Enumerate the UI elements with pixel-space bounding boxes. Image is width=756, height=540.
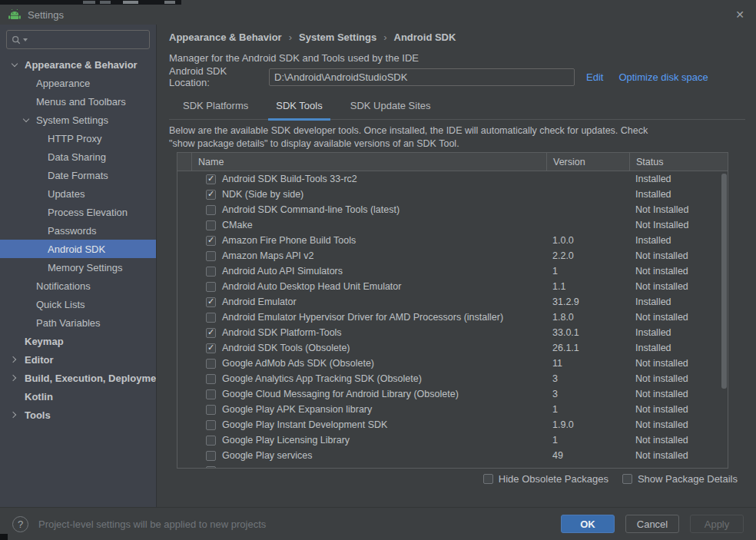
sidebar-item-system-settings[interactable]: System Settings: [0, 111, 156, 129]
package-checkbox[interactable]: [206, 328, 216, 338]
table-row-android-emulator-hypervisor-driver-for-amd-processors-installer[interactable]: Android Emulator Hypervisor Driver for A…: [177, 310, 728, 325]
sidebar-item-quick-lists[interactable]: Quick Lists: [0, 295, 156, 313]
vertical-scrollbar[interactable]: [721, 174, 727, 389]
sidebar-item-appearance[interactable]: Appearance: [0, 74, 156, 92]
package-version: [546, 217, 629, 233]
close-icon[interactable]: ✕: [731, 8, 748, 21]
chevron-right-icon[interactable]: [11, 376, 25, 380]
edit-link[interactable]: Edit: [586, 71, 603, 83]
optimize-disk-space-link[interactable]: Optimize disk space: [618, 71, 708, 83]
table-row-android-auto-api-simulators[interactable]: Android Auto API Simulators1Not installe…: [177, 263, 728, 279]
tab-sdk-tools[interactable]: SDK Tools: [262, 95, 336, 119]
table-row-android-sdk-tools-obsolete[interactable]: Android SDK Tools (Obsolete)26.1.1Instal…: [177, 340, 728, 356]
package-checkbox[interactable]: [206, 389, 216, 399]
table-row-amazon-fire-phone-build-tools[interactable]: Amazon Fire Phone Build Tools1.0.0Instal…: [177, 233, 728, 248]
show-package-details-checkbox[interactable]: Show Package Details: [622, 473, 738, 485]
hide-obsolete-packages-checkbox[interactable]: Hide Obsolete Packages: [483, 473, 608, 485]
package-checkbox[interactable]: [206, 267, 216, 277]
breadcrumb-item-android-sdk[interactable]: Android SDK: [394, 31, 456, 43]
header-name[interactable]: Name: [191, 153, 546, 171]
package-checkbox[interactable]: [206, 466, 216, 469]
row-gutter: [177, 448, 191, 463]
table-row-cmake[interactable]: CMakeNot Installed: [177, 217, 728, 233]
sidebar-item-date-formats[interactable]: Date Formats: [0, 166, 156, 184]
sidebar-item-data-sharing[interactable]: Data Sharing: [0, 147, 156, 166]
help-icon[interactable]: ?: [12, 516, 28, 532]
ok-button[interactable]: OK: [561, 515, 615, 533]
sidebar-item-appearance-behavior[interactable]: Appearance & Behavior: [0, 55, 156, 74]
table-row-android-auto-desktop-head-unit-emulator[interactable]: Android Auto Desktop Head Unit Emulator1…: [177, 279, 728, 294]
tab-sdk-platforms[interactable]: SDK Platforms: [169, 95, 262, 119]
table-row-android-emulator[interactable]: Android Emulator31.2.9Installed: [177, 294, 728, 310]
sidebar-item-updates[interactable]: Updates: [0, 184, 156, 203]
search-options-caret-icon[interactable]: [23, 38, 28, 41]
package-checkbox[interactable]: [206, 220, 216, 230]
package-checkbox[interactable]: [206, 205, 216, 215]
table-row-google-admob-ads-sdk-obsolete[interactable]: Google AdMob Ads SDK (Obsolete)11Not ins…: [177, 356, 728, 371]
breadcrumb-item-appearance-behavior[interactable]: Appearance & Behavior: [169, 31, 282, 43]
package-version: [546, 463, 629, 468]
package-name-cell: Android Emulator Hypervisor Driver for A…: [191, 310, 546, 325]
table-row-google-play-instant-development-sdk[interactable]: Google Play Instant Development SDK1.9.0…: [177, 417, 728, 432]
search-input[interactable]: [6, 30, 150, 49]
sidebar-item-build-execution-deployment[interactable]: Build, Execution, Deployment: [0, 369, 156, 387]
chevron-glyph: [12, 61, 18, 67]
sidebar-item-label: Tools: [25, 409, 51, 421]
sidebar-item-label: Notifications: [36, 280, 91, 292]
sidebar-item-kotlin[interactable]: Kotlin: [0, 387, 156, 406]
sidebar-item-tools[interactable]: Tools: [0, 406, 156, 424]
checkbox-box: [622, 474, 632, 484]
sidebar-item-android-sdk[interactable]: Android SDK: [0, 240, 156, 258]
header-status[interactable]: Status: [629, 153, 729, 171]
package-checkbox[interactable]: [206, 251, 216, 261]
chevron-down-icon[interactable]: [11, 63, 25, 66]
sidebar-item-http-proxy[interactable]: HTTP Proxy: [0, 129, 156, 147]
package-checkbox[interactable]: [206, 359, 216, 369]
sidebar-item-memory-settings[interactable]: Memory Settings: [0, 258, 156, 277]
chevron-right-icon[interactable]: [11, 357, 25, 362]
checkbox-box: [483, 474, 493, 484]
sdk-location-input[interactable]: [269, 68, 575, 86]
dialog-buttons: OK Cancel Apply: [561, 515, 744, 533]
table-row-google-play-licensing-library[interactable]: Google Play Licensing Library1Not instal…: [177, 432, 728, 448]
table-row[interactable]: [177, 463, 728, 468]
table-row-google-cloud-messaging-for-android-library-obsolete[interactable]: Google Cloud Messaging for Android Libra…: [177, 386, 728, 402]
sidebar-item-notifications[interactable]: Notifications: [0, 277, 156, 295]
package-name: Amazon Fire Phone Build Tools: [222, 235, 356, 246]
package-checkbox[interactable]: [206, 343, 216, 353]
header-version[interactable]: Version: [546, 153, 629, 171]
table-row-android-sdk-command-line-tools-latest[interactable]: Android SDK Command-line Tools (latest)N…: [177, 202, 728, 217]
package-version: 33.0.1: [546, 325, 629, 340]
tab-sdk-update-sites[interactable]: SDK Update Sites: [337, 95, 445, 119]
sidebar-item-path-variables[interactable]: Path Variables: [0, 313, 156, 332]
package-checkbox[interactable]: [206, 174, 216, 184]
package-checkbox[interactable]: [206, 374, 216, 384]
package-checkbox[interactable]: [206, 282, 216, 292]
cancel-button[interactable]: Cancel: [625, 515, 679, 533]
package-checkbox[interactable]: [206, 313, 216, 323]
chevron-right-icon[interactable]: [11, 412, 25, 417]
breadcrumb-item-system-settings[interactable]: System Settings: [299, 31, 376, 43]
sidebar-item-editor[interactable]: Editor: [0, 350, 156, 369]
sidebar-item-keymap[interactable]: Keymap: [0, 332, 156, 350]
package-checkbox[interactable]: [206, 420, 216, 430]
table-row-google-analytics-app-tracking-sdk-obsolete[interactable]: Google Analytics App Tracking SDK (Obsol…: [177, 371, 728, 386]
sidebar-item-process-elevation[interactable]: Process Elevation: [0, 203, 156, 221]
header-checkbox-column: [177, 153, 191, 171]
table-row-ndk-side-by-side[interactable]: NDK (Side by side)Installed: [177, 187, 728, 202]
table-row-google-play-apk-expansion-library[interactable]: Google Play APK Expansion library1Not in…: [177, 402, 728, 417]
sidebar-item-menus-and-toolbars[interactable]: Menus and Toolbars: [0, 92, 156, 111]
package-checkbox[interactable]: [206, 190, 216, 200]
apply-button[interactable]: Apply: [690, 515, 744, 533]
package-checkbox[interactable]: [206, 297, 216, 307]
package-checkbox[interactable]: [206, 236, 216, 246]
table-row-amazon-maps-api-v2[interactable]: Amazon Maps API v22.2.0Not installed: [177, 248, 728, 263]
package-checkbox[interactable]: [206, 451, 216, 461]
chevron-down-icon[interactable]: [22, 118, 36, 121]
sidebar-item-passwords[interactable]: Passwords: [0, 221, 156, 240]
package-checkbox[interactable]: [206, 436, 216, 446]
package-checkbox[interactable]: [206, 405, 216, 415]
table-row-google-play-services[interactable]: Google Play services49Not installed: [177, 448, 728, 463]
table-row-android-sdk-build-tools-33-rc2[interactable]: Android SDK Build-Tools 33-rc2Installed: [177, 171, 728, 187]
table-row-android-sdk-platform-tools[interactable]: Android SDK Platform-Tools33.0.1Installe…: [177, 325, 728, 340]
